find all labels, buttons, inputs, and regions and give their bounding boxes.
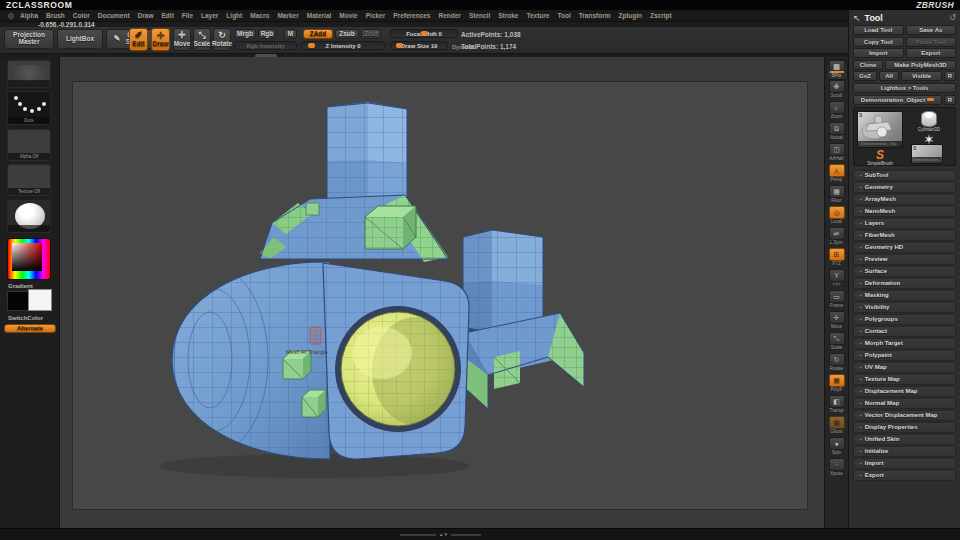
scale-toggle[interactable]: ⤡Scale <box>826 332 848 353</box>
zoom-toggle[interactable]: ⌕Zoom <box>826 101 848 122</box>
xyz-toggle[interactable]: ⊞XYZ <box>826 248 848 269</box>
zadd-button[interactable]: ZAdd <box>303 29 333 39</box>
subpalette-polygroups[interactable]: ▪Polygroups <box>853 314 956 325</box>
move-toggle[interactable]: ✛Move <box>826 311 848 332</box>
subpalette-uv-map[interactable]: ▪UV Map <box>853 362 956 373</box>
subpalette-nanomesh[interactable]: ▪NanoMesh <box>853 206 956 217</box>
current-texture-thumb[interactable]: Texture Off <box>7 164 51 196</box>
active-tool-button[interactable]: Demonstration_Object <box>853 95 942 105</box>
model-viewport[interactable]: Mesh All Triangle <box>60 57 824 528</box>
mrgb-button[interactable]: Mrgb <box>234 29 256 39</box>
draw-button[interactable]: ⊹ Draw <box>151 28 170 51</box>
menu-item-layer[interactable]: Layer <box>201 12 218 19</box>
main-color-swatch[interactable] <box>7 291 29 311</box>
menu-item-draw[interactable]: Draw <box>138 12 154 19</box>
document-canvas[interactable]: Mesh All Triangle <box>60 57 824 528</box>
subpalette-unified-skin[interactable]: ▪Unified Skin <box>853 434 956 445</box>
simplebrush-tool[interactable]: S SimpleBrush <box>860 149 900 166</box>
hull-mesh[interactable] <box>160 252 469 477</box>
active-tool-r-button[interactable]: R <box>944 95 956 105</box>
actual-toggle[interactable]: ⧉Actual <box>826 122 848 143</box>
subpalette-polypaint[interactable]: ▪Polypaint <box>853 350 956 361</box>
subpalette-arraymesh[interactable]: ▪ArrayMesh <box>853 194 956 205</box>
draw-size-slider[interactable]: Draw Size 19 <box>390 41 448 50</box>
subpalette-morph-target[interactable]: ▪Morph Target <box>853 338 956 349</box>
paste-tool-button[interactable]: Paste Tool <box>906 37 957 47</box>
zcut-button[interactable]: Zcut <box>361 29 381 39</box>
goz-button[interactable]: GoZ <box>853 71 877 81</box>
subpalette-normal-map[interactable]: ▪Normal Map <box>853 398 956 409</box>
menu-item-light[interactable]: Light <box>226 12 242 19</box>
alternate-button[interactable]: Alternate <box>4 324 56 333</box>
menu-item-brush[interactable]: Brush <box>46 12 65 19</box>
rotate-button[interactable]: ↻ Rotate <box>213 28 231 51</box>
menu-item-file[interactable]: File <box>182 12 193 19</box>
spix-toggle[interactable]: ▤SPix <box>826 59 848 80</box>
z-intensity-slider[interactable]: Z Intensity 0 <box>301 41 385 50</box>
menu-item-picker[interactable]: Picker <box>366 12 386 19</box>
menu-item-edit[interactable]: Edit <box>162 12 174 19</box>
frame-toggle[interactable]: ▭Frame <box>826 290 848 311</box>
current-stroke-thumb[interactable]: Dots <box>7 91 51 125</box>
secondary-color-swatch[interactable] <box>28 289 52 311</box>
scrollbar-arrows[interactable]: ▲▼ <box>439 533 448 537</box>
xpose-toggle[interactable]: ⁘Xpose <box>826 458 848 479</box>
focal-shift-slider[interactable]: Focal Shift 0 <box>390 29 458 38</box>
menu-item-texture[interactable]: Texture <box>526 12 549 19</box>
transp-toggle[interactable]: ◧Transp <box>826 395 848 416</box>
subpalette-fibermesh[interactable]: ▪FiberMesh <box>853 230 956 241</box>
subpalette-vector-displacement-map[interactable]: ▪Vector Displacement Map <box>853 410 956 421</box>
edit-button[interactable]: ✐ Edit <box>129 28 148 51</box>
solo-toggle[interactable]: ●Solo <box>826 437 848 458</box>
subpalette-displacement-map[interactable]: ▪Displacement Map <box>853 386 956 397</box>
local-toggle[interactable]: ◎Local <box>826 206 848 227</box>
subpalette-contact[interactable]: ▪Contact <box>853 326 956 337</box>
document-scrollbar[interactable]: ▲▼ <box>400 533 481 537</box>
menu-item-render[interactable]: Render <box>439 12 461 19</box>
export-button[interactable]: Export <box>906 48 957 58</box>
subpalette-geometry[interactable]: ▪Geometry <box>853 182 956 193</box>
green-cube-small-2[interactable] <box>302 390 326 417</box>
switchcolor-label[interactable]: SwitchColor <box>0 315 60 321</box>
projection-master-button[interactable]: Projection Master <box>4 29 54 49</box>
menu-item-transform[interactable]: Transform <box>579 12 611 19</box>
menu-item-stroke[interactable]: Stroke <box>498 12 518 19</box>
current-material-thumb[interactable] <box>7 200 51 233</box>
green-cube-small-1[interactable] <box>283 351 311 379</box>
subpalette-geometry-hd[interactable]: ▪Geometry HD <box>853 242 956 253</box>
goz-all-button[interactable]: All <box>879 71 899 81</box>
lightbox-tools-button[interactable]: Lightbox > Tools <box>853 83 956 93</box>
menu-item-marker[interactable]: Marker <box>277 12 298 19</box>
subpalette-surface[interactable]: ▪Surface <box>853 266 956 277</box>
rgb-button[interactable]: Rgb <box>258 29 276 39</box>
z-intensity-handle[interactable] <box>308 43 315 48</box>
menu-item-color[interactable]: Color <box>73 12 90 19</box>
save-as-button[interactable]: Save As <box>906 25 957 35</box>
menu-item-preferences[interactable]: Preferences <box>393 12 430 19</box>
right-box-mesh[interactable] <box>463 230 543 333</box>
scroll-toggle[interactable]: ✥Scroll <box>826 80 848 101</box>
floor-toggle[interactable]: ▦Floor <box>826 185 848 206</box>
subpalette-preview[interactable]: ▪Preview <box>853 254 956 265</box>
color-sv-square[interactable] <box>12 243 42 271</box>
recent-tool-thumb[interactable]: S Demonstration_O... <box>911 144 943 164</box>
menu-item-zplugin[interactable]: Zplugin <box>619 12 642 19</box>
copy-tool-button[interactable]: Copy Tool <box>853 37 904 47</box>
scale-button[interactable]: ⤡ Scale <box>193 28 211 51</box>
subpalette-texture-map[interactable]: ▪Texture Map <box>853 374 956 385</box>
goz-visible-button[interactable]: Visible <box>901 71 942 81</box>
current-brush-thumb[interactable] <box>7 60 51 88</box>
color-picker[interactable] <box>7 238 51 280</box>
menu-item-alpha[interactable]: Alpha <box>20 12 38 19</box>
make-polymesh3d-button[interactable]: Make PolyMesh3D <box>885 60 956 70</box>
subpalette-visibility[interactable]: ▪Visibility <box>853 302 956 313</box>
active-tool-thumb[interactable]: S Demonstration_Obj... <box>857 111 903 148</box>
subpalette-display-properties[interactable]: ▪Display Properties <box>853 422 956 433</box>
polyf-toggle[interactable]: ▦PolyF <box>826 374 848 395</box>
move-button[interactable]: ✛ Move <box>173 28 191 51</box>
menu-item-tool[interactable]: Tool <box>557 12 570 19</box>
palette-restore-icon[interactable]: ↺ <box>949 13 956 22</box>
cylinder3d-tool[interactable]: Cylinder3D <box>912 111 946 132</box>
menu-item-movie[interactable]: Movie <box>339 12 357 19</box>
subpalette-masking[interactable]: ▪Masking <box>853 290 956 301</box>
